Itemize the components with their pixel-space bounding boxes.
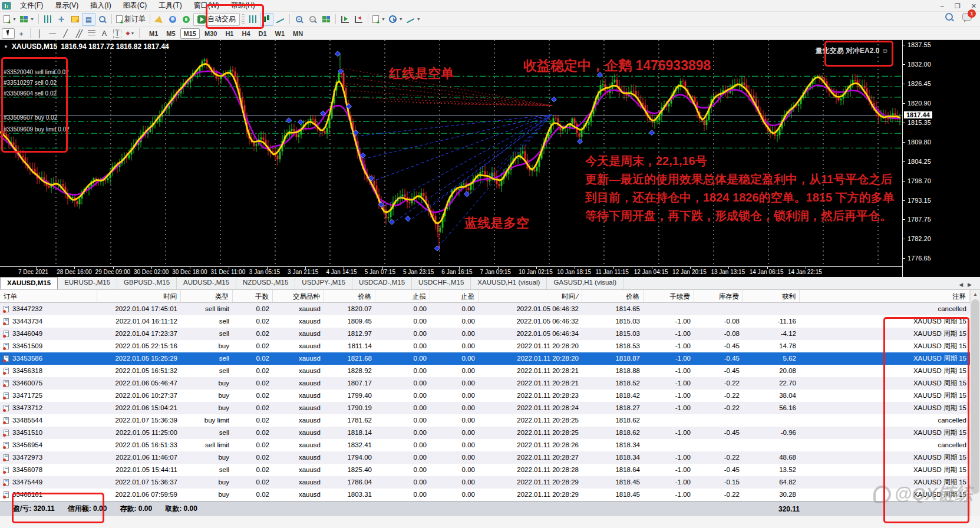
market-button[interactable] [153,13,166,26]
new-chart-button[interactable]: +▼ [2,13,18,26]
timeframe-m15[interactable]: M15 [180,28,200,39]
column-header-8[interactable]: 时间 ∕ [479,290,582,302]
column-header-3[interactable]: 手数 [233,290,273,302]
restore-button[interactable]: ❐ [955,2,961,10]
crosshair-button[interactable]: ＋ [15,28,28,39]
zoom-in-button[interactable]: + [292,13,306,26]
table-row[interactable]: 334460492022.01.04 17:23:37sell0.02xauus… [0,328,970,340]
column-header-2[interactable]: 类型 [181,290,233,302]
arrows-button[interactable]: ◆▼ [124,28,137,39]
table-row[interactable]: 334515102022.01.05 11:25:00sell0.02xauus… [0,427,970,439]
scroll-up-icon[interactable]: ▲ [971,290,980,299]
table-row[interactable]: 334472322022.01.04 17:45:01sell limit0.0… [0,303,970,315]
chart-tab-4[interactable]: NZDUSD-,M15 [236,277,295,289]
vertical-line-button[interactable]: │ [33,28,46,39]
column-header-12[interactable]: 获利 [743,290,800,302]
column-header-5[interactable]: 价格 [324,290,375,302]
menu-item-0[interactable]: 文件(F) [14,0,49,11]
zoom-out-button[interactable]: − [306,13,319,26]
menu-item-3[interactable]: 图表(C) [117,0,153,11]
tab-scroll-left-icon[interactable]: ◀ [959,282,963,288]
timeframe-m5[interactable]: M5 [163,28,179,39]
chart-tab-0[interactable]: XAUUSD,M15 [0,277,58,289]
auto-scroll-button[interactable] [338,13,352,26]
search-icon[interactable] [945,13,953,21]
timeframe-m1[interactable]: M1 [146,28,161,39]
text-label-button[interactable]: T [111,28,124,39]
table-row[interactable]: 334535862022.01.05 15:25:29sell0.02xauus… [0,352,970,365]
column-header-11[interactable]: 库存费 [694,290,743,302]
navigator-button[interactable] [68,13,82,26]
chart-tab-2[interactable]: GBPUSD-,M15 [117,277,177,289]
channel-button[interactable]: ╱╱ [72,28,85,39]
menu-item-2[interactable]: 插入(I) [84,0,117,11]
menu-item-4[interactable]: 工具(T) [153,0,187,11]
bar-chart-button[interactable] [246,13,260,26]
line-chart-button[interactable] [273,13,287,26]
chart-shift-button[interactable] [352,13,365,26]
indicators-button[interactable]: +▼ [371,13,387,26]
chart-tab-9[interactable]: GASUSD,H1 (visual) [547,277,623,289]
timeframe-h4[interactable]: H4 [238,28,253,39]
table-row[interactable]: 334717252022.01.06 10:27:37buy0.02xauusd… [0,390,970,402]
timeframe-m30[interactable]: M30 [201,28,220,39]
column-header-0[interactable]: 订单 [0,290,97,302]
table-row[interactable]: 334729732022.01.06 11:46:07buy0.02xauusd… [0,451,970,464]
periods-button[interactable]: ▼ [387,13,405,26]
fibonacci-button[interactable] [85,28,98,39]
column-header-13[interactable]: 注释 [800,290,970,302]
autotrade-button[interactable]: 自动交易 [193,13,240,26]
table-row[interactable]: 334560782022.01.05 15:44:11sell0.02xauus… [0,464,970,476]
chart-window[interactable]: 7 Dec 202128 Dec 16:0029 Dec 09:0030 Dec… [0,40,980,277]
table-row[interactable]: 334600752022.01.06 05:46:47buy0.02xauusd… [0,377,970,390]
table-scrollbar[interactable]: ▲ ▼ [970,290,980,526]
data-window-button[interactable]: ✛ [55,13,68,26]
minimize-button[interactable]: – [941,2,944,9]
candlestick-chart-button[interactable] [260,13,273,26]
signals-button[interactable] [180,13,193,26]
chart-collapse-icon[interactable]: ▼ [4,44,8,50]
timeframe-h1[interactable]: H1 [222,28,237,39]
templates-button[interactable]: ▼ [405,13,423,26]
timeframe-mn[interactable]: MN [289,28,306,39]
timeframe-w1[interactable]: W1 [272,28,289,39]
community-button[interactable] [166,13,180,26]
close-button[interactable]: ✕ [971,2,976,10]
new-order-button[interactable]: +新订单 [114,13,147,26]
column-header-4[interactable]: 交易品种 [273,290,324,302]
menu-item-6[interactable]: 帮助(H) [225,0,261,11]
chart-tab-3[interactable]: AUDUSD-,M15 [177,277,236,289]
chart-tab-5[interactable]: USDJPY-,M15 [295,277,352,289]
table-row[interactable]: 334515092022.01.05 22:15:16buy0.02xauusd… [0,340,970,352]
cursor-button[interactable] [2,28,15,39]
menu-item-5[interactable]: 窗口(W) [188,0,225,11]
table-row[interactable]: 334569542022.01.05 16:51:33sell limit0.0… [0,439,970,451]
table-row[interactable]: 334737122022.01.06 15:04:21buy0.02xauusd… [0,402,970,414]
strategy-tester-button[interactable] [95,13,109,26]
menu-item-1[interactable]: 显示(V) [49,0,84,11]
trendline-button[interactable]: ╱ [59,28,72,39]
tile-windows-button[interactable] [319,13,333,26]
column-header-10[interactable]: 手续费 [644,290,694,302]
column-header-1[interactable]: 时间 [97,290,181,302]
horizontal-line-button[interactable]: — [46,28,59,39]
chart-tab-6[interactable]: USDCAD-,M15 [352,277,412,289]
text-button[interactable]: A [98,28,111,39]
profiles-button[interactable]: ▼ [18,13,36,26]
market-watch-button[interactable] [41,13,55,26]
tab-scroll-right-icon[interactable]: ▶ [968,282,972,288]
table-row[interactable]: 334437342022.01.04 16:11:12sell0.02xauus… [0,315,970,328]
column-header-9[interactable]: 价格 [582,290,644,302]
terminal-button[interactable]: ▤ [82,13,95,26]
table-row[interactable]: 334855442022.01.07 15:36:39buy limit0.02… [0,414,970,427]
table-row[interactable]: 334754492022.01.07 15:36:37buy0.02xauusd… [0,476,970,489]
column-header-7[interactable]: 止盈 [430,290,479,302]
chart-tab-7[interactable]: USDCHF-,M15 [412,277,471,289]
chart-tab-1[interactable]: EURUSD-,M15 [58,277,117,289]
notifications-icon[interactable]: 1 [962,13,972,21]
table-row[interactable]: 334563182022.01.05 16:51:32sell0.02xauus… [0,365,970,377]
scrollbar-thumb[interactable] [971,299,979,494]
column-header-6[interactable]: 止损 [375,290,430,302]
chart-tab-8[interactable]: XAUUSD,H1 (visual) [471,277,547,289]
timeframe-d1[interactable]: D1 [255,28,270,39]
